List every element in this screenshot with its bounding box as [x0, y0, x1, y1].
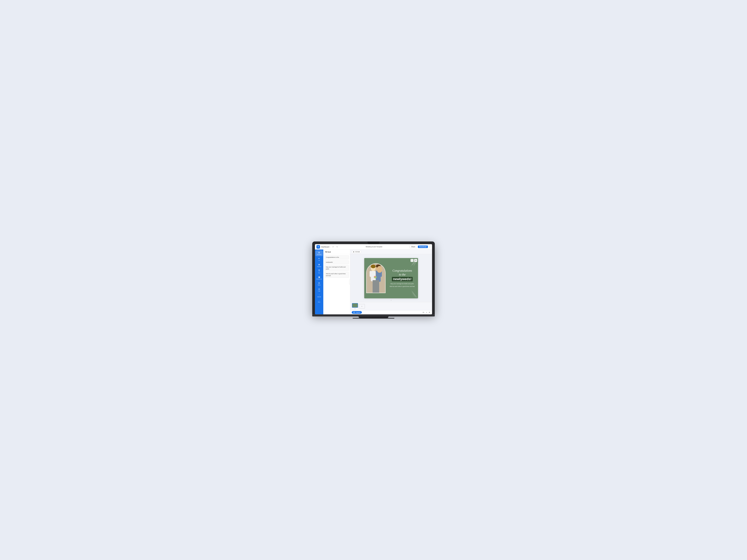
wedding-card: Congratulations to the newlyweds! May yo… — [364, 258, 418, 298]
support-button[interactable]: ? Support — [352, 311, 362, 314]
sidebar-label-text: Text — [318, 272, 320, 273]
animate-button[interactable]: ▶ Animate — [352, 250, 361, 253]
thumbnail-strip: 1 + — [350, 302, 432, 310]
zoom-up-button[interactable]: ∧ — [426, 311, 428, 314]
screen-bezel: T Dashboard ↩ ↪ Wedding Ecard Template S… — [312, 241, 435, 314]
canvas-area: ▶ Animate ⛶ ⧉ — [350, 249, 432, 314]
fullscreen-button[interactable]: ⛶ — [411, 259, 414, 262]
main-layout: ⊞ Templates ✏ Fill ❋ Graphics T — [315, 249, 432, 314]
thumbnail-page-1[interactable] — [352, 303, 358, 308]
couple-svg — [367, 264, 385, 293]
sidebar-label-templates: Templates — [317, 254, 321, 255]
animate-icon: ▶ — [353, 251, 354, 252]
svg-rect-7 — [372, 280, 379, 293]
add-page-button[interactable]: + — [359, 304, 365, 309]
undo-button[interactable]: ↩ — [332, 245, 335, 248]
fit-label[interactable]: Fit — [422, 312, 425, 313]
support-label: Support — [356, 312, 360, 313]
add-page-icon: + — [361, 305, 362, 308]
canvas-toolbar: ▶ Animate — [350, 249, 432, 254]
sidebar-label-logo: Logo — [318, 290, 320, 292]
card-text-section: Congratulations to the newlyweds! May yo… — [387, 258, 418, 298]
fill-text-item-2[interactable]: newlyweds! — [325, 260, 349, 264]
fill-text-item-4[interactable]: Stick by each other in good times and ba… — [325, 272, 349, 277]
sidebar-item-templates[interactable]: ⊞ Templates — [315, 250, 323, 256]
page-view-button[interactable]: ⧉ — [428, 311, 431, 314]
sidebar-item-text[interactable]: T Text — [315, 268, 323, 274]
download-button[interactable]: Download — [418, 245, 428, 248]
thumbnail-wrapper: 1 — [352, 303, 358, 310]
laptop-base — [312, 314, 435, 316]
card-to-text: to the — [389, 273, 416, 276]
card-text-content: Congratulations to the newlyweds! May yo… — [389, 269, 416, 288]
svg-point-9 — [376, 264, 381, 268]
logo-icon: ◎ — [318, 288, 320, 290]
laptop-stand — [359, 316, 388, 318]
sidebar-item-logo[interactable]: ◎ Logo — [315, 287, 323, 293]
card-subtitle-1: May your marriage be fruitful and joyful… — [389, 283, 416, 285]
laptop-notch — [367, 241, 380, 244]
laptop-frame: T Dashboard ↩ ↪ Wedding Ecard Template S… — [312, 241, 435, 319]
svg-point-11 — [374, 276, 376, 277]
page-number-1: 1 — [352, 308, 358, 310]
more-icon: ··· — [318, 299, 320, 301]
svg-rect-3 — [369, 271, 371, 277]
sidebar-item-graphics[interactable]: ❋ Graphics — [315, 263, 323, 268]
animate-label: Animate — [355, 251, 360, 252]
app-container: T Dashboard ↩ ↪ Wedding Ecard Template S… — [315, 244, 432, 314]
leaf-decoration-bottom — [408, 288, 418, 298]
fill-panel: Fill text Congratulations to the newlywe… — [323, 249, 350, 314]
scroll-down-indicator: ∨ — [391, 298, 392, 301]
fill-text-item-1[interactable]: Congratulations to the — [325, 256, 349, 259]
dashboard-label[interactable]: Dashboard — [321, 246, 329, 248]
thumbnail-bg — [352, 303, 358, 307]
topbar: T Dashboard ↩ ↪ Wedding Ecard Template S… — [315, 244, 432, 249]
sidebar-item-more[interactable]: ··· More — [315, 299, 323, 303]
topbar-right: Share Download ··· — [410, 245, 431, 248]
fill-panel-header: Fill text — [323, 249, 350, 254]
template-title: Wedding Ecard Template — [366, 246, 382, 247]
redo-button[interactable]: ↪ — [336, 245, 338, 248]
text-icon: T — [318, 269, 320, 272]
uploads-icon: ↑ — [319, 294, 319, 296]
sidebar-label-more: More — [318, 301, 320, 303]
card-newlyweds-text: newlyweds! — [392, 277, 413, 281]
canvas-scroll[interactable]: ⛶ ⧉ — [350, 254, 432, 302]
sidebar-item-fill[interactable]: ✏ Fill — [315, 257, 323, 262]
sidebar-label-graphics: Graphics — [317, 266, 321, 267]
svg-rect-6 — [380, 271, 382, 277]
fill-panel-title: Fill text — [325, 251, 331, 253]
couple-photo — [367, 264, 385, 293]
share-button[interactable]: Share — [410, 245, 417, 248]
logo-letter: T — [318, 246, 319, 248]
fill-text-area: Congratulations to the newlyweds! May yo… — [323, 254, 350, 314]
background-icon: ▣ — [318, 276, 320, 278]
sidebar-label-tables: Tables — [318, 285, 320, 286]
svg-point-8 — [371, 265, 376, 268]
photo-arch — [366, 263, 386, 293]
canvas-card[interactable]: ⛶ ⧉ — [364, 258, 418, 298]
panel-collapse-button[interactable]: ‹ — [349, 280, 350, 284]
sidebar-item-uploads[interactable]: ↑ Uploads — [315, 293, 323, 298]
card-controls: ⛶ ⧉ — [411, 259, 417, 262]
fill-icon: ✏ — [318, 257, 320, 260]
card-photo-section — [364, 258, 387, 298]
sidebar-label-uploads: Uploads — [317, 296, 321, 297]
sidebar-label-background: Background — [316, 278, 322, 280]
more-button[interactable]: ··· — [429, 246, 431, 248]
tables-icon: ⊟ — [318, 282, 320, 284]
laptop-foot — [353, 318, 394, 319]
sidebar-item-tables[interactable]: ⊟ Tables — [315, 281, 323, 287]
graphics-icon: ❋ — [318, 263, 320, 266]
fill-text-item-3[interactable]: May your marriage be fruitful and joyful… — [325, 265, 349, 271]
laptop-screen: T Dashboard ↩ ↪ Wedding Ecard Template S… — [315, 244, 432, 314]
card-congratulations-text: Congratulations — [389, 269, 416, 272]
zoom-controls: Fit ∧ ⧉ — [422, 311, 431, 314]
sidebar-label-fill: Fill — [318, 260, 320, 261]
svg-rect-5 — [376, 271, 381, 282]
app-logo: T — [316, 245, 320, 249]
bottom-bar: ? Support Fit ∧ ⧉ — [350, 310, 432, 314]
support-icon: ? — [353, 312, 355, 313]
duplicate-button[interactable]: ⧉ — [414, 259, 417, 262]
sidebar-item-background[interactable]: ▣ Background — [315, 275, 323, 281]
